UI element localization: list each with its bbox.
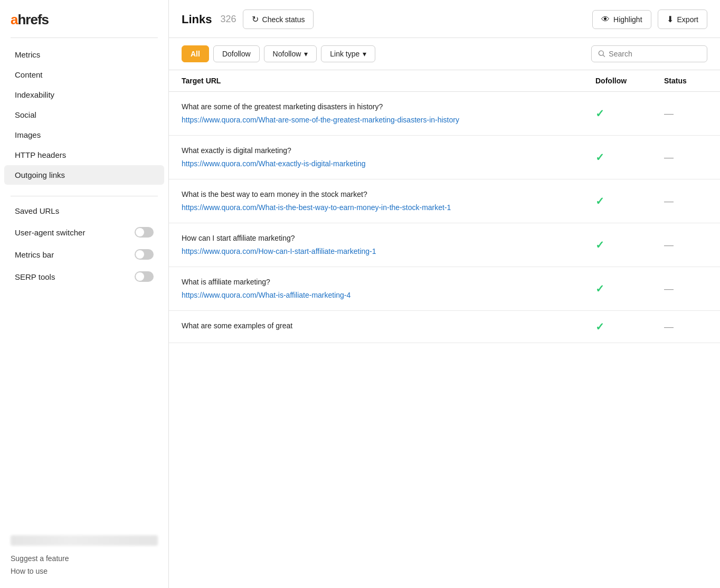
td-url-0: What are some of the greatest marketing … bbox=[169, 92, 583, 136]
col-header-status: Status bbox=[651, 70, 720, 92]
highlight-button[interactable]: 👁 Highlight bbox=[592, 10, 651, 29]
sidebar-item-metrics-bar[interactable]: Metrics bar bbox=[4, 244, 164, 265]
dofollow-check-icon-3: ✓ bbox=[595, 239, 604, 251]
logo-text: ahrefs bbox=[11, 12, 49, 27]
table-row: What is affiliate marketing?https://www.… bbox=[169, 267, 720, 311]
filters-bar: All Dofollow Nofollow ▾ Link type ▾ bbox=[169, 38, 720, 70]
sidebar-item-social[interactable]: Social bbox=[4, 105, 164, 125]
td-status-5: — bbox=[651, 311, 720, 343]
sidebar-item-images[interactable]: Images bbox=[4, 125, 164, 145]
sidebar-footer: Suggest a feature How to use bbox=[0, 527, 168, 588]
sidebar-mid-divider bbox=[11, 196, 158, 196]
metrics-bar-label: Metrics bar bbox=[15, 250, 54, 259]
td-status-1: — bbox=[651, 136, 720, 179]
svg-line-1 bbox=[603, 55, 604, 56]
sidebar-item-content[interactable]: Content bbox=[4, 65, 164, 84]
row-link-0[interactable]: https://www.quora.com/What-are-some-of-t… bbox=[182, 115, 570, 126]
td-url-4: What is affiliate marketing?https://www.… bbox=[169, 267, 583, 311]
search-icon bbox=[598, 50, 605, 58]
search-wrap bbox=[591, 45, 707, 62]
td-url-2: What is the best way to earn money in th… bbox=[169, 179, 583, 223]
td-dofollow-2: ✓ bbox=[583, 179, 651, 223]
row-title-4: What is affiliate marketing? bbox=[182, 277, 570, 288]
row-title-1: What exactly is digital marketing? bbox=[182, 145, 570, 156]
export-button[interactable]: ⬇ Export bbox=[658, 10, 707, 29]
table-row: What is the best way to earn money in th… bbox=[169, 179, 720, 223]
row-title-0: What are some of the greatest marketing … bbox=[182, 101, 570, 112]
metrics-bar-toggle[interactable] bbox=[135, 249, 154, 260]
status-dash-0: — bbox=[664, 108, 674, 119]
sidebar-item-outgoing-links[interactable]: Outgoing links bbox=[4, 165, 164, 185]
logo-a: a bbox=[11, 12, 17, 27]
nofollow-label: Nofollow bbox=[273, 50, 301, 58]
td-url-5: What are some examples of great bbox=[169, 311, 583, 343]
serp-tools-toggle[interactable] bbox=[135, 271, 154, 282]
td-dofollow-1: ✓ bbox=[583, 136, 651, 179]
sidebar-item-metrics[interactable]: Metrics bbox=[4, 45, 164, 64]
links-count: 326 bbox=[220, 14, 236, 25]
col-header-dofollow: Dofollow bbox=[583, 70, 651, 92]
eye-icon: 👁 bbox=[601, 15, 610, 24]
highlight-label: Highlight bbox=[613, 15, 642, 24]
sidebar-navigation: Metrics Content Indexability Social Imag… bbox=[0, 38, 168, 192]
refresh-icon: ↻ bbox=[252, 14, 259, 24]
status-dash-1: — bbox=[664, 152, 674, 163]
serp-tools-label: SERP tools bbox=[15, 272, 55, 281]
row-link-4[interactable]: https://www.quora.com/What-is-affiliate-… bbox=[182, 290, 570, 301]
sidebar-item-indexability[interactable]: Indexability bbox=[4, 85, 164, 105]
page-title: Links bbox=[182, 13, 212, 26]
td-status-2: — bbox=[651, 179, 720, 223]
td-status-3: — bbox=[651, 223, 720, 267]
table-row: How can I start affiliate marketing?http… bbox=[169, 223, 720, 267]
td-dofollow-3: ✓ bbox=[583, 223, 651, 267]
saved-urls-label: Saved URLs bbox=[15, 206, 59, 215]
sidebar-item-user-agent-switcher[interactable]: User-agent switcher bbox=[4, 222, 164, 243]
nofollow-chevron-icon: ▾ bbox=[304, 50, 308, 58]
filter-dofollow-button[interactable]: Dofollow bbox=[213, 45, 260, 62]
status-dash-5: — bbox=[664, 321, 674, 332]
logo-hrefs: hrefs bbox=[17, 12, 49, 27]
dofollow-check-icon-5: ✓ bbox=[595, 321, 604, 333]
td-dofollow-4: ✓ bbox=[583, 267, 651, 311]
export-label: Export bbox=[677, 15, 698, 24]
sidebar-item-http-headers[interactable]: HTTP headers bbox=[4, 145, 164, 165]
row-link-2[interactable]: https://www.quora.com/What-is-the-best-w… bbox=[182, 202, 570, 213]
filter-link-type-button[interactable]: Link type ▾ bbox=[321, 45, 375, 62]
table-row: What are some of the greatest marketing … bbox=[169, 92, 720, 136]
status-dash-3: — bbox=[664, 240, 674, 250]
table-row: What are some examples of great✓— bbox=[169, 311, 720, 343]
how-to-use-link[interactable]: How to use bbox=[11, 567, 158, 575]
td-url-1: What exactly is digital marketing?https:… bbox=[169, 136, 583, 179]
link-type-label: Link type bbox=[330, 50, 359, 58]
table-row: What exactly is digital marketing?https:… bbox=[169, 136, 720, 179]
suggest-feature-link[interactable]: Suggest a feature bbox=[11, 554, 158, 563]
export-icon: ⬇ bbox=[667, 14, 674, 24]
user-agent-toggle[interactable] bbox=[135, 227, 154, 238]
page-header: Links 326 ↻ Check status 👁 Highlight ⬇ E… bbox=[169, 0, 720, 38]
user-agent-label: User-agent switcher bbox=[15, 228, 85, 237]
row-title-3: How can I start affiliate marketing? bbox=[182, 233, 570, 244]
filter-nofollow-button[interactable]: Nofollow ▾ bbox=[264, 45, 317, 62]
check-status-button[interactable]: ↻ Check status bbox=[243, 10, 314, 29]
sidebar-item-serp-tools[interactable]: SERP tools bbox=[4, 266, 164, 287]
main-content: Links 326 ↻ Check status 👁 Highlight ⬇ E… bbox=[169, 0, 720, 588]
logo: ahrefs bbox=[0, 0, 168, 37]
search-input[interactable] bbox=[609, 50, 700, 58]
row-link-3[interactable]: https://www.quora.com/How-can-I-start-af… bbox=[182, 246, 570, 257]
sidebar-item-saved-urls[interactable]: Saved URLs bbox=[4, 201, 164, 221]
dofollow-check-icon-0: ✓ bbox=[595, 108, 604, 119]
links-table: Target URL Dofollow Status What are some… bbox=[169, 70, 720, 343]
sidebar: ahrefs Metrics Content Indexability Soci… bbox=[0, 0, 169, 588]
td-url-3: How can I start affiliate marketing?http… bbox=[169, 223, 583, 267]
td-dofollow-5: ✓ bbox=[583, 311, 651, 343]
dofollow-check-icon-2: ✓ bbox=[595, 195, 604, 207]
blurred-bar bbox=[11, 535, 158, 546]
status-dash-4: — bbox=[664, 283, 674, 294]
row-title-5: What are some examples of great bbox=[182, 320, 570, 331]
td-dofollow-0: ✓ bbox=[583, 92, 651, 136]
col-header-target-url: Target URL bbox=[169, 70, 583, 92]
filter-all-button[interactable]: All bbox=[182, 45, 209, 62]
td-status-0: — bbox=[651, 92, 720, 136]
row-link-1[interactable]: https://www.quora.com/What-exactly-is-di… bbox=[182, 158, 570, 169]
check-status-label: Check status bbox=[262, 15, 305, 24]
